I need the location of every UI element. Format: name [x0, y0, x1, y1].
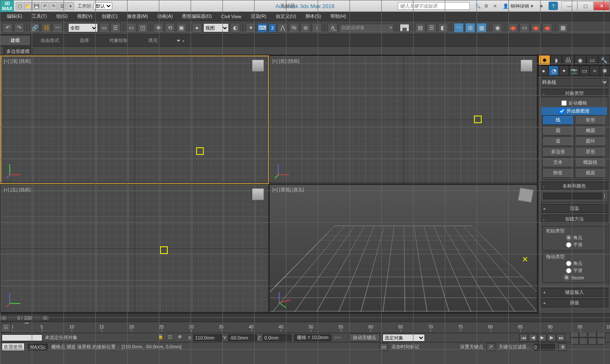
creation-cursor [474, 116, 482, 123]
axis-gizmo-icon [6, 291, 22, 308]
creation-cursor [196, 147, 204, 155]
svg-line-5 [275, 175, 278, 178]
svg-line-10 [279, 300, 290, 303]
viewport-front-label[interactable]: [+] [前] [线框] [272, 58, 299, 64]
grid-readout: 栅格 = 10.0mm [294, 334, 331, 341]
axis-gizmo-icon [6, 162, 22, 179]
viewcube-icon[interactable] [252, 188, 264, 200]
viewcube-icon[interactable] [521, 60, 532, 72]
svg-line-2 [6, 175, 10, 178]
viewport-persp-label[interactable]: [+] [透视] [真实] [272, 187, 304, 193]
svg-line-8 [6, 303, 10, 307]
viewport-top-label[interactable]: [+] [顶] [线框] [4, 58, 31, 64]
creation-cursor [160, 246, 168, 254]
svg-line-11 [279, 303, 286, 308]
axis-gizmo-icon [274, 162, 291, 179]
viewcube-icon[interactable] [252, 60, 264, 72]
viewport-left-label[interactable]: [+] [左] [线框] [4, 187, 31, 193]
viewcube-icon[interactable] [518, 188, 533, 203]
axis-gizmo-icon [274, 291, 291, 308]
status-bar-1: 未选定任何对象 🔒 ◫ ⊕ X: Y: Z: 栅格 = 10.0mm ⊙═ 自动… [0, 333, 610, 342]
